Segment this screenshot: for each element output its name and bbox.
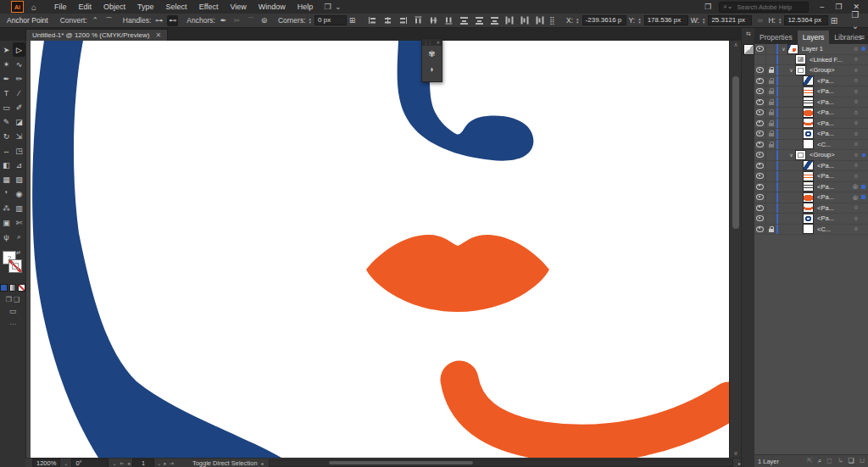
layer-row[interactable]: ∨ <Pa... ○ (754, 119, 868, 130)
visibility-toggle[interactable] (754, 203, 766, 214)
layer-label[interactable]: <Pa... (817, 98, 868, 106)
horizontal-scroll-thumb[interactable] (329, 461, 473, 464)
vertical-align-top-icon[interactable] (414, 15, 424, 26)
zoom-tool[interactable]: ⌕ (13, 230, 25, 244)
collapsed-panel-icon[interactable] (743, 44, 754, 55)
x-field[interactable]: -239.3616 p (582, 15, 626, 25)
last-artboard-icon[interactable]: ⇥ (169, 460, 173, 467)
layer-label[interactable]: <C... (817, 225, 868, 233)
lock-toggle[interactable] (766, 129, 776, 139)
draw-behind-icon[interactable]: ❑ (14, 296, 19, 303)
lock-toggle[interactable] (766, 225, 776, 235)
workspace-icon[interactable]: ❒ ⌄ (324, 3, 342, 11)
visibility-toggle[interactable] (754, 192, 766, 203)
hscroll-left-icon[interactable]: ◂ (261, 460, 264, 466)
target-circle-icon[interactable]: ○ (854, 215, 858, 221)
align-options-icon[interactable]: ⊞ (347, 15, 358, 26)
scroll-up-icon[interactable]: ∧ (730, 42, 742, 48)
vertical-align-center-icon[interactable] (429, 15, 439, 26)
lock-toggle[interactable] (766, 140, 776, 150)
zoom-caret-icon[interactable]: ⌄ (64, 460, 68, 466)
layer-thumbnail[interactable] (803, 108, 814, 118)
layer-thumbnail[interactable] (795, 54, 806, 64)
menu-item-edit[interactable]: Edit (73, 0, 98, 14)
distribute-horizontal-right-icon[interactable] (536, 15, 546, 26)
free-transform-tool[interactable]: ◳ (13, 143, 25, 158)
scroll-down-icon[interactable]: ∨ (730, 450, 742, 457)
layer-label[interactable]: <Pa... (817, 108, 868, 116)
prev-artboard-icon[interactable]: ◂ (127, 460, 130, 467)
menu-item-select[interactable]: Select (160, 0, 193, 14)
visibility-toggle[interactable] (754, 86, 766, 97)
menu-item-effect[interactable]: Effect (193, 0, 225, 14)
help-search[interactable]: ⌕⌄ (719, 2, 809, 13)
layer-row[interactable]: ∨ <Pa... ○ (754, 108, 868, 119)
type-tool[interactable]: T (0, 86, 13, 100)
target-circle-icon[interactable]: ○ (854, 77, 858, 83)
visibility-toggle[interactable] (754, 65, 766, 75)
nose-shape[interactable] (398, 41, 534, 161)
minimize-button[interactable]: – (820, 3, 824, 11)
layer-label[interactable]: <Group> (810, 151, 868, 158)
layer-label[interactable]: <Pa... (817, 120, 868, 127)
chin-curve[interactable] (459, 380, 729, 443)
layer-label[interactable]: <Pa... (817, 183, 868, 191)
x-stepper[interactable]: ▴▾ (576, 17, 579, 25)
first-artboard-icon[interactable]: ⇤ (120, 460, 124, 467)
home-icon[interactable]: ⌂ (31, 3, 36, 12)
gradient-button[interactable] (9, 284, 17, 292)
layer-row[interactable]: ∨ <Linked F... ○ (754, 55, 868, 66)
blend-tool[interactable]: ◉ (13, 186, 25, 201)
make-clipping-mask-icon[interactable]: ◻ (826, 457, 832, 465)
target-circle-icon[interactable]: ○ (854, 173, 858, 179)
target-circle-icon[interactable]: ◎ (853, 194, 858, 201)
artboard-tool[interactable]: ▣ (0, 215, 13, 230)
lock-toggle[interactable] (766, 119, 776, 129)
vertical-align-bottom-icon[interactable] (444, 15, 454, 26)
new-layer-icon[interactable]: ❏ (849, 457, 854, 465)
artboard-number-field[interactable]: 1 (132, 459, 154, 467)
layer-thumbnail[interactable] (787, 44, 798, 54)
layer-thumbnail[interactable] (803, 224, 814, 234)
paintbrush-tool[interactable]: ✐ (13, 100, 25, 114)
convert-corner-icon[interactable]: ⌃ (90, 15, 101, 26)
layer-label[interactable]: <C... (817, 141, 868, 148)
horizontal-align-left-icon[interactable] (367, 15, 378, 25)
expand-chevron-icon[interactable]: ∨ (780, 46, 787, 52)
layer-label[interactable]: <Pa... (817, 214, 868, 222)
color-button[interactable] (0, 284, 8, 292)
panels-icon[interactable]: ❐ (704, 3, 711, 11)
eraser-tool[interactable]: ◪ (13, 114, 25, 129)
visibility-toggle[interactable] (754, 129, 766, 139)
lock-toggle[interactable] (766, 97, 776, 108)
layer-label[interactable]: <Pa... (817, 172, 868, 180)
lasso-tool[interactable]: ∿ (13, 57, 25, 71)
lock-toggle[interactable] (766, 76, 776, 86)
rotate-tool[interactable]: ↻ (0, 129, 13, 143)
layer-label[interactable]: <Pa... (817, 130, 868, 137)
y-stepper[interactable]: ▴▾ (638, 17, 641, 25)
new-sublayer-icon[interactable]: ↳ (837, 457, 843, 465)
horizontal-align-right-icon[interactable] (398, 15, 409, 25)
layer-thumbnail[interactable] (803, 192, 814, 203)
link-dimensions-icon[interactable]: ∞ (754, 15, 765, 26)
target-circle-icon[interactable]: ○ (854, 67, 858, 73)
visibility-toggle[interactable] (754, 76, 766, 86)
visibility-toggle[interactable] (754, 182, 766, 192)
locate-object-icon[interactable]: ⌕ (818, 457, 821, 465)
layer-row[interactable]: ∨ <Pa... ○ (754, 203, 868, 214)
visibility-toggle[interactable] (754, 225, 766, 235)
symbol-sprayer-tool[interactable]: ⁂ (0, 201, 13, 215)
target-circle-icon[interactable]: ○ (854, 109, 858, 115)
horizontal-align-center-icon[interactable] (382, 15, 393, 25)
visibility-toggle[interactable] (754, 171, 766, 181)
hscroll-right-icon[interactable]: ▸ (738, 460, 741, 466)
close-tab-icon[interactable]: ✕ (155, 31, 161, 39)
eyedropper-tool[interactable]: ❜ (0, 186, 13, 201)
corners-field[interactable]: 0 px (314, 15, 347, 25)
gradient-tool[interactable]: ▨ (13, 172, 25, 186)
layer-row[interactable]: ∨ <Pa... ○ (754, 161, 868, 172)
layer-row[interactable]: ∨ <Pa... ○ (754, 214, 868, 225)
horizontal-scrollbar[interactable] (269, 459, 733, 467)
w-stepper[interactable]: ▴▾ (703, 17, 705, 25)
